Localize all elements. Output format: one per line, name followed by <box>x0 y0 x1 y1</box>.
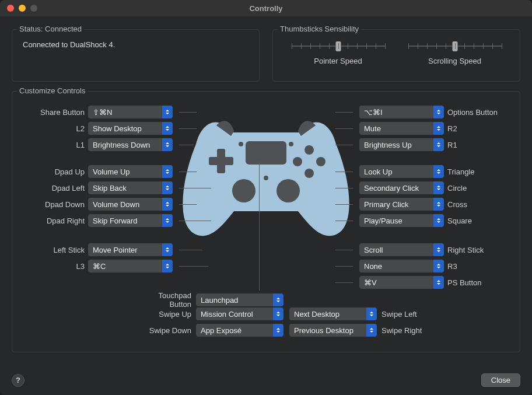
left-dpad-right-value: Skip Forward <box>93 217 138 225</box>
svg-point-3 <box>304 145 314 155</box>
chevron-up-down-icon <box>433 198 444 211</box>
swipe-right-dropdown[interactable]: Previous Desktop <box>289 324 377 337</box>
left-dpad-up-label: Dpad Up <box>29 167 85 176</box>
left-dpad-right-dropdown[interactable]: Skip Forward <box>88 214 173 227</box>
scrolling-speed-slider[interactable] <box>408 40 502 52</box>
swipe-right-value: Previous Desktop <box>294 327 354 334</box>
status-panel: Status: Connected Connected to DualShock… <box>12 29 260 82</box>
chevron-up-down-icon <box>433 181 444 194</box>
swipe-down-dropdown[interactable]: App Exposé <box>196 324 284 337</box>
sensibility-label: Thumbsticks Sensibility <box>278 25 361 33</box>
left-l3-dropdown[interactable]: ⌘C <box>88 260 173 272</box>
chevron-up-down-icon <box>433 260 444 272</box>
right-right-stick-value: Scroll <box>364 246 383 254</box>
chevron-up-down-icon <box>366 307 377 320</box>
left-dpad-left-value: Skip Back <box>93 184 127 192</box>
right-ps-button-label: PS Button <box>447 278 503 287</box>
chevron-up-down-icon <box>366 324 377 337</box>
chevron-up-down-icon <box>433 106 444 118</box>
swipe-up-dropdown[interactable]: Mission Control <box>196 307 284 320</box>
left-l2-label: L2 <box>29 124 85 133</box>
chevron-up-down-icon <box>433 276 444 289</box>
right-triangle-value: Look Up <box>364 168 392 176</box>
touchpad-dropdown[interactable]: Launchpad <box>196 293 284 306</box>
right-square-label: Square <box>447 216 503 225</box>
left-dpad-left-dropdown[interactable]: Skip Back <box>88 181 173 194</box>
left-l3-value: ⌘C <box>93 263 106 270</box>
swipe-up-label: Swipe Up <box>135 310 191 319</box>
right-right-stick-dropdown[interactable]: Scroll <box>359 243 444 256</box>
chevron-up-down-icon <box>273 324 284 337</box>
help-button[interactable]: ? <box>12 374 24 387</box>
right-ps-button-dropdown[interactable]: ⌘V <box>359 276 444 289</box>
swipe-down-value: App Exposé <box>201 327 242 334</box>
right-circle-label: Circle <box>447 184 503 193</box>
right-circle-dropdown[interactable]: Secondary Click <box>359 181 444 194</box>
left-share-button-label: Share Button <box>29 108 85 117</box>
left-share-button-dropdown[interactable]: ⇧⌘N <box>88 106 173 118</box>
right-r3-value: None <box>364 263 382 270</box>
swipe-left-dropdown[interactable]: Next Desktop <box>289 307 377 320</box>
right-square-dropdown[interactable]: Play/Pause <box>359 214 444 227</box>
chevron-up-down-icon <box>162 106 173 118</box>
left-dpad-up-dropdown[interactable]: Volume Up <box>88 165 173 178</box>
chevron-up-down-icon <box>433 138 444 151</box>
left-left-stick-dropdown[interactable]: Move Pointer <box>88 243 173 256</box>
window-title: Controlly <box>0 4 532 13</box>
right-square-value: Play/Pause <box>364 217 402 225</box>
swipe-left-value: Next Desktop <box>294 310 340 318</box>
right-r1-label: R1 <box>447 141 503 149</box>
right-triangle-dropdown[interactable]: Look Up <box>359 165 444 178</box>
close-button[interactable]: Close <box>481 373 520 387</box>
left-l2-dropdown[interactable]: Show Desktop <box>88 122 173 135</box>
chevron-up-down-icon <box>433 214 444 227</box>
pointer-speed-slider[interactable] <box>292 40 385 52</box>
right-cross-value: Primary Click <box>364 201 409 208</box>
right-options-button-dropdown[interactable]: ⌥⌘I <box>359 106 444 118</box>
swipe-right-label: Swipe Right <box>382 326 438 335</box>
left-left-stick-label: Left Stick <box>29 246 85 254</box>
chevron-up-down-icon <box>433 165 444 178</box>
chevron-up-down-icon <box>162 181 173 194</box>
right-r1-value: Brightness Up <box>364 141 412 149</box>
right-r2-label: R2 <box>447 124 503 133</box>
chevron-up-down-icon <box>273 293 284 306</box>
left-dpad-up-value: Volume Up <box>93 168 130 176</box>
swipe-up-value: Mission Control <box>201 310 253 318</box>
right-r3-label: R3 <box>447 262 503 271</box>
right-r2-dropdown[interactable]: Mute <box>359 122 444 135</box>
chevron-up-down-icon <box>273 307 284 320</box>
left-l1-label: L1 <box>29 141 85 149</box>
pointer-speed-label: Pointer Speed <box>314 57 362 65</box>
customize-controls-label: Customize Controls <box>17 86 88 95</box>
right-options-button-label: Options Button <box>447 108 503 117</box>
right-cross-label: Cross <box>447 200 503 209</box>
right-ps-button-value: ⌘V <box>364 279 377 286</box>
touchpad-label: Touchpad Button <box>135 291 191 309</box>
sensibility-panel: Thumbsticks Sensibility Pointer Speed <box>272 29 520 82</box>
right-r3-dropdown[interactable]: None <box>359 260 444 272</box>
status-label: Status: Connected <box>17 25 84 33</box>
svg-point-9 <box>239 142 243 146</box>
right-r1-dropdown[interactable]: Brightness Up <box>359 138 444 151</box>
svg-point-10 <box>289 142 293 146</box>
touchpad-value: Launchpad <box>201 296 238 304</box>
left-l1-value: Brightness Down <box>93 141 150 149</box>
right-circle-value: Secondary Click <box>364 184 419 192</box>
right-cross-dropdown[interactable]: Primary Click <box>359 198 444 211</box>
chevron-up-down-icon <box>162 138 173 151</box>
customize-controls-panel: Customize Controls <box>12 91 520 352</box>
titlebar: Controlly <box>0 0 532 16</box>
left-dpad-down-dropdown[interactable]: Volume Down <box>88 198 173 211</box>
left-dpad-down-value: Volume Down <box>93 201 139 208</box>
left-left-stick-value: Move Pointer <box>93 246 138 254</box>
left-l1-dropdown[interactable]: Brightness Down <box>88 138 173 151</box>
right-triangle-label: Triangle <box>447 167 503 176</box>
right-r2-value: Mute <box>364 125 381 132</box>
status-message: Connected to DualShock 4. <box>23 40 249 49</box>
svg-point-8 <box>276 179 300 202</box>
left-dpad-left-label: Dpad Left <box>29 184 85 193</box>
svg-rect-0 <box>246 141 286 165</box>
right-options-button-value: ⌥⌘I <box>364 109 383 116</box>
svg-point-5 <box>304 169 314 178</box>
